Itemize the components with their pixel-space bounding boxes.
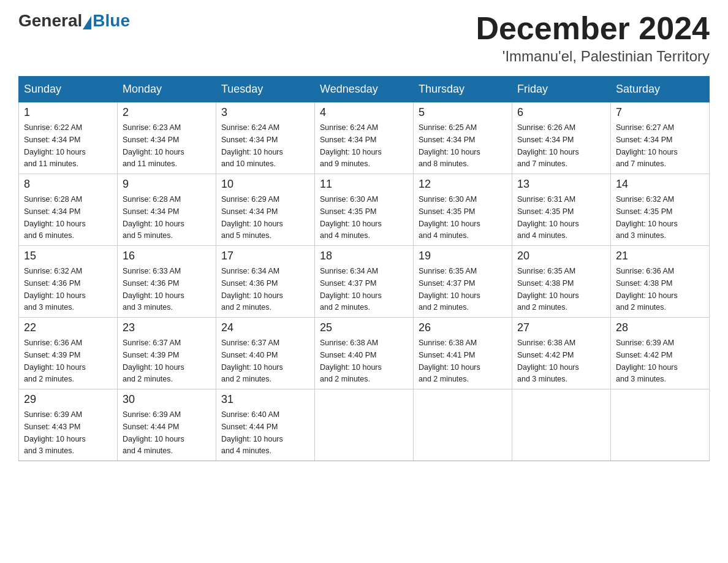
- calendar-header-row: SundayMondayTuesdayWednesdayThursdayFrid…: [19, 77, 710, 102]
- day-number: 18: [320, 250, 408, 262]
- title-block: December 2024 'Immanu'el, Palestinian Te…: [476, 12, 710, 65]
- day-info: Sunrise: 6:26 AMSunset: 4:34 PMDaylight:…: [517, 123, 579, 168]
- day-number: 17: [221, 250, 309, 262]
- month-title: December 2024: [476, 12, 710, 44]
- day-number: 25: [320, 321, 408, 334]
- day-info: Sunrise: 6:30 AMSunset: 4:35 PMDaylight:…: [320, 195, 382, 240]
- calendar-cell: 15 Sunrise: 6:32 AMSunset: 4:36 PMDaylig…: [19, 246, 118, 318]
- day-info: Sunrise: 6:32 AMSunset: 4:36 PMDaylight:…: [24, 267, 86, 312]
- day-info: Sunrise: 6:32 AMSunset: 4:35 PMDaylight:…: [616, 195, 678, 240]
- calendar-cell: 24 Sunrise: 6:37 AMSunset: 4:40 PMDaylig…: [216, 318, 315, 389]
- day-number: 14: [616, 178, 704, 191]
- day-info: Sunrise: 6:38 AMSunset: 4:41 PMDaylight:…: [419, 339, 480, 383]
- day-info: Sunrise: 6:23 AMSunset: 4:34 PMDaylight:…: [123, 123, 184, 168]
- calendar-cell: 1 Sunrise: 6:22 AMSunset: 4:34 PMDayligh…: [19, 102, 118, 174]
- day-info: Sunrise: 6:30 AMSunset: 4:35 PMDaylight:…: [419, 195, 480, 240]
- calendar-cell: 27 Sunrise: 6:38 AMSunset: 4:42 PMDaylig…: [512, 318, 611, 389]
- day-of-week-header: Saturday: [611, 77, 710, 102]
- day-number: 7: [616, 106, 704, 119]
- day-info: Sunrise: 6:27 AMSunset: 4:34 PMDaylight:…: [616, 123, 678, 168]
- logo-blue-text: Blue: [93, 12, 130, 29]
- day-number: 12: [419, 178, 507, 191]
- calendar-cell: 20 Sunrise: 6:35 AMSunset: 4:38 PMDaylig…: [512, 246, 611, 318]
- logo-triangle-icon: [83, 16, 91, 29]
- calendar-cell: 23 Sunrise: 6:37 AMSunset: 4:39 PMDaylig…: [118, 318, 216, 389]
- calendar-cell: 17 Sunrise: 6:34 AMSunset: 4:36 PMDaylig…: [216, 246, 315, 318]
- calendar-cell: 31 Sunrise: 6:40 AMSunset: 4:44 PMDaylig…: [216, 389, 315, 461]
- day-info: Sunrise: 6:36 AMSunset: 4:38 PMDaylight:…: [616, 267, 678, 312]
- day-number: 10: [221, 178, 309, 191]
- day-of-week-header: Monday: [118, 77, 216, 102]
- calendar-cell: 30 Sunrise: 6:39 AMSunset: 4:44 PMDaylig…: [118, 389, 216, 461]
- calendar-cell: 16 Sunrise: 6:33 AMSunset: 4:36 PMDaylig…: [118, 246, 216, 318]
- day-number: 24: [221, 321, 309, 334]
- calendar-cell: 3 Sunrise: 6:24 AMSunset: 4:34 PMDayligh…: [216, 102, 315, 174]
- day-number: 21: [616, 250, 704, 262]
- day-info: Sunrise: 6:39 AMSunset: 4:43 PMDaylight:…: [24, 410, 86, 455]
- day-number: 11: [320, 178, 408, 191]
- day-number: 15: [24, 250, 112, 262]
- day-info: Sunrise: 6:28 AMSunset: 4:34 PMDaylight:…: [123, 195, 184, 240]
- calendar-cell: 2 Sunrise: 6:23 AMSunset: 4:34 PMDayligh…: [118, 102, 216, 174]
- day-info: Sunrise: 6:35 AMSunset: 4:38 PMDaylight:…: [517, 267, 579, 312]
- calendar-week-row: 29 Sunrise: 6:39 AMSunset: 4:43 PMDaylig…: [19, 389, 710, 461]
- logo-general-text: General: [18, 12, 82, 29]
- calendar-cell: 11 Sunrise: 6:30 AMSunset: 4:35 PMDaylig…: [315, 174, 414, 246]
- location-title: 'Immanu'el, Palestinian Territory: [476, 48, 710, 65]
- day-number: 5: [419, 106, 507, 119]
- calendar-cell: 12 Sunrise: 6:30 AMSunset: 4:35 PMDaylig…: [414, 174, 512, 246]
- day-number: 27: [517, 321, 605, 334]
- calendar-week-row: 1 Sunrise: 6:22 AMSunset: 4:34 PMDayligh…: [19, 102, 710, 174]
- day-info: Sunrise: 6:35 AMSunset: 4:37 PMDaylight:…: [419, 267, 480, 312]
- day-number: 19: [419, 250, 507, 262]
- calendar-cell: 18 Sunrise: 6:34 AMSunset: 4:37 PMDaylig…: [315, 246, 414, 318]
- calendar-cell: [512, 389, 611, 461]
- day-number: 29: [24, 393, 112, 406]
- calendar-cell: 25 Sunrise: 6:38 AMSunset: 4:40 PMDaylig…: [315, 318, 414, 389]
- day-number: 13: [517, 178, 605, 191]
- day-info: Sunrise: 6:28 AMSunset: 4:34 PMDaylight:…: [24, 195, 86, 240]
- day-number: 4: [320, 106, 408, 119]
- day-info: Sunrise: 6:37 AMSunset: 4:40 PMDaylight:…: [221, 339, 283, 383]
- calendar-cell: 19 Sunrise: 6:35 AMSunset: 4:37 PMDaylig…: [414, 246, 512, 318]
- calendar-cell: 26 Sunrise: 6:38 AMSunset: 4:41 PMDaylig…: [414, 318, 512, 389]
- calendar-cell: 10 Sunrise: 6:29 AMSunset: 4:34 PMDaylig…: [216, 174, 315, 246]
- day-info: Sunrise: 6:37 AMSunset: 4:39 PMDaylight:…: [123, 339, 184, 383]
- day-of-week-header: Tuesday: [216, 77, 315, 102]
- day-number: 30: [123, 393, 211, 406]
- calendar-cell: [315, 389, 414, 461]
- day-number: 2: [123, 106, 211, 119]
- calendar-week-row: 22 Sunrise: 6:36 AMSunset: 4:39 PMDaylig…: [19, 318, 710, 389]
- calendar-week-row: 8 Sunrise: 6:28 AMSunset: 4:34 PMDayligh…: [19, 174, 710, 246]
- day-info: Sunrise: 6:29 AMSunset: 4:34 PMDaylight:…: [221, 195, 283, 240]
- calendar-cell: 29 Sunrise: 6:39 AMSunset: 4:43 PMDaylig…: [19, 389, 118, 461]
- calendar-cell: [414, 389, 512, 461]
- day-number: 16: [123, 250, 211, 262]
- calendar-cell: 6 Sunrise: 6:26 AMSunset: 4:34 PMDayligh…: [512, 102, 611, 174]
- day-number: 31: [221, 393, 309, 406]
- calendar-cell: 14 Sunrise: 6:32 AMSunset: 4:35 PMDaylig…: [611, 174, 710, 246]
- calendar-cell: 4 Sunrise: 6:24 AMSunset: 4:34 PMDayligh…: [315, 102, 414, 174]
- day-info: Sunrise: 6:36 AMSunset: 4:39 PMDaylight:…: [24, 339, 86, 383]
- calendar-cell: 22 Sunrise: 6:36 AMSunset: 4:39 PMDaylig…: [19, 318, 118, 389]
- day-info: Sunrise: 6:34 AMSunset: 4:36 PMDaylight:…: [221, 267, 283, 312]
- day-info: Sunrise: 6:31 AMSunset: 4:35 PMDaylight:…: [517, 195, 579, 240]
- day-info: Sunrise: 6:25 AMSunset: 4:34 PMDaylight:…: [419, 123, 480, 168]
- calendar-week-row: 15 Sunrise: 6:32 AMSunset: 4:36 PMDaylig…: [19, 246, 710, 318]
- day-number: 6: [517, 106, 605, 119]
- day-of-week-header: Wednesday: [315, 77, 414, 102]
- day-info: Sunrise: 6:40 AMSunset: 4:44 PMDaylight:…: [221, 410, 283, 455]
- calendar-cell: 8 Sunrise: 6:28 AMSunset: 4:34 PMDayligh…: [19, 174, 118, 246]
- day-number: 23: [123, 321, 211, 334]
- day-info: Sunrise: 6:39 AMSunset: 4:42 PMDaylight:…: [616, 339, 678, 383]
- logo: General Blue: [18, 12, 130, 29]
- day-number: 3: [221, 106, 309, 119]
- calendar-cell: 7 Sunrise: 6:27 AMSunset: 4:34 PMDayligh…: [611, 102, 710, 174]
- calendar-cell: 21 Sunrise: 6:36 AMSunset: 4:38 PMDaylig…: [611, 246, 710, 318]
- day-number: 26: [419, 321, 507, 334]
- day-info: Sunrise: 6:22 AMSunset: 4:34 PMDaylight:…: [24, 123, 86, 168]
- day-info: Sunrise: 6:24 AMSunset: 4:34 PMDaylight:…: [320, 123, 382, 168]
- day-number: 20: [517, 250, 605, 262]
- calendar-cell: 5 Sunrise: 6:25 AMSunset: 4:34 PMDayligh…: [414, 102, 512, 174]
- day-info: Sunrise: 6:34 AMSunset: 4:37 PMDaylight:…: [320, 267, 382, 312]
